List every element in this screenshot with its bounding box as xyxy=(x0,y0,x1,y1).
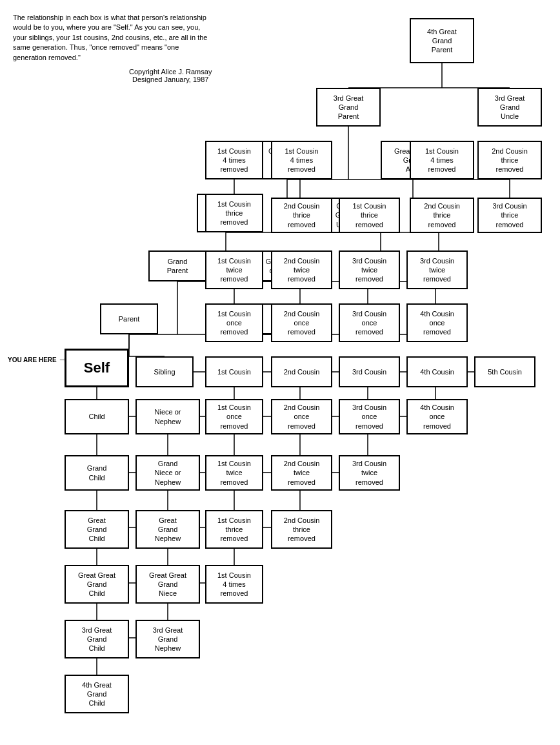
box-label-1st_twice_d: 1st Cousin twice removed xyxy=(217,459,251,487)
box-label-2nd_thrice_d: 2nd Cousin thrice removed xyxy=(284,516,320,544)
box-label-4th_cousin: 4th Cousin xyxy=(420,367,454,376)
box-label-4th_once_d: 4th Cousin once removed xyxy=(420,403,454,431)
box-2nd_4times: 1st Cousin 4 times removed xyxy=(271,141,332,179)
box-label-1cousin4r_up: 1st Cousin 4 times removed xyxy=(425,147,459,174)
box-label-2nd_twice_d: 2nd Cousin twice removed xyxy=(284,459,320,487)
box-label-1st_cousin: 1st Cousin xyxy=(217,367,251,376)
box-3rd_once_d: 3rd Cousin once removed xyxy=(339,399,400,434)
box-1st_thrice_d: 1st Cousin thrice removed xyxy=(205,510,263,549)
box-label-grandparent: Grand Parent xyxy=(167,257,188,276)
box-label-4th_once: 4th Cousin once removed xyxy=(420,309,454,337)
box-label-great_grand_nephew: Great Grand Nephew xyxy=(155,516,181,544)
box-great_grand_nephew: Great Grand Nephew xyxy=(135,510,200,549)
box-greatgrandchild: Great Grand Child xyxy=(65,510,129,549)
box-label-grandchild: Grand Child xyxy=(87,464,107,482)
copyright-line1: Copyright Alice J. Ramsay xyxy=(129,68,212,76)
intro-paragraph: The relationship in each box is what tha… xyxy=(13,14,207,61)
box-grandparent: Grand Parent xyxy=(148,250,206,281)
box-1st_once_d: 1st Cousin once removed xyxy=(205,399,263,434)
box-label-2cousin3r: 2nd Cousin thrice removed xyxy=(424,201,460,229)
box-label-2cousin4r: 2nd Cousin thrice removed xyxy=(492,147,528,174)
box-5th_cousin: 5th Cousin xyxy=(474,356,535,387)
you-are-here-text: YOU ARE HERE xyxy=(8,356,57,363)
box-2nd_thrice_d: 2nd Cousin thrice removed xyxy=(271,510,332,549)
box-label-2nd_thrice: 2nd Cousin thrice removed xyxy=(284,201,320,229)
box-label-3rdgrandchild: 3rd Great Grand Child xyxy=(82,626,112,653)
box-label-sibling: Sibling xyxy=(154,367,175,376)
box-2cousin3r: 2nd Cousin thrice removed xyxy=(410,198,474,233)
box-label-3rd_cousin: 3rd Cousin xyxy=(352,367,386,376)
box-3rd_once: 3rd Cousin once removed xyxy=(339,303,400,342)
box-1st_cousin: 1st Cousin xyxy=(205,356,263,387)
box-3rd_grand_nephew: 3rd Great Grand Nephew xyxy=(135,620,200,658)
box-label-3rd_twice: 3rd Cousin twice removed xyxy=(352,256,386,284)
box-2nd_once_d: 2nd Cousin once removed xyxy=(271,399,332,434)
box-niece_nephew: Niece or Nephew xyxy=(135,399,200,434)
box-gg_grand_niece: Great Great Grand Niece xyxy=(135,565,200,604)
box-label-3rd_grand_nephew: 3rd Great Grand Nephew xyxy=(153,626,183,653)
box-3cousin3r: 3rd Cousin thrice removed xyxy=(477,198,542,233)
box-grand_niece: Grand Niece or Nephew xyxy=(135,455,200,491)
box-4thggp: 4th Great Grand Parent xyxy=(410,18,474,63)
box-3rdgrandchild: 3rd Great Grand Child xyxy=(65,620,129,658)
box-1st_4times_d: 1st Cousin 4 times removed xyxy=(205,565,263,604)
box-label-1st_once: 1st Cousin once removed xyxy=(217,309,251,337)
copyright-line2: Designed January, 1987 xyxy=(129,76,212,83)
box-2nd_cousin: 2nd Cousin xyxy=(271,356,332,387)
box-parent: Parent xyxy=(100,303,158,334)
box-4th_twice: 3rd Cousin twice removed xyxy=(406,250,468,289)
box-label-ggrandchild: Great Great Grand Child xyxy=(78,571,115,598)
box-3rd_twice: 3rd Cousin twice removed xyxy=(339,250,400,289)
box-label-1st_4times: 1st Cousin 4 times removed xyxy=(217,147,251,174)
box-label-3cousin3r: 3rd Cousin thrice removed xyxy=(492,201,526,229)
box-4thgrandchild: 4th Great Grand Child xyxy=(65,675,129,713)
box-1st_thrice: 1st Cousin thrice removed xyxy=(205,194,263,232)
box-label-4th_twice: 3rd Cousin twice removed xyxy=(420,256,454,284)
box-label-child: Child xyxy=(88,412,105,421)
box-label-2nd_once_d: 2nd Cousin once removed xyxy=(284,403,320,431)
box-label-3rd_thrice: 1st Cousin thrice removed xyxy=(353,201,386,229)
box-label-4thggp: 4th Great Grand Parent xyxy=(427,27,457,55)
box-label-2nd_twice: 2nd Cousin twice removed xyxy=(284,256,320,284)
box-label-self: Self xyxy=(84,359,110,378)
box-ggrandchild: Great Great Grand Child xyxy=(65,565,129,604)
box-1st_twice_d: 1st Cousin twice removed xyxy=(205,455,263,491)
box-label-greatgrandchild: Great Grand Child xyxy=(87,516,107,544)
box-label-3rd_once_d: 3rd Cousin once removed xyxy=(352,403,386,431)
box-label-4thgrandchild: 4th Great Grand Child xyxy=(82,680,112,708)
intro-text: The relationship in each box is what tha… xyxy=(13,13,213,63)
box-1st_twice: 1st Cousin twice removed xyxy=(205,250,263,289)
you-are-here-label: YOU ARE HERE → xyxy=(8,354,68,365)
box-label-gg_grand_niece: Great Great Grand Niece xyxy=(149,571,186,598)
box-label-1st_once_d: 1st Cousin once removed xyxy=(217,403,251,431)
copyright-block: Copyright Alice J. Ramsay Designed Janua… xyxy=(129,68,212,83)
box-label-3rd_great_uncle: 3rd Great Grand Uncle xyxy=(495,94,525,121)
box-label-1st_thrice_d: 1st Cousin thrice removed xyxy=(217,516,251,544)
box-2nd_twice_d: 2nd Cousin twice removed xyxy=(271,455,332,491)
box-label-grand_niece: Grand Niece or Nephew xyxy=(155,459,181,487)
box-2nd_twice: 2nd Cousin twice removed xyxy=(271,250,332,289)
box-3rd_great_uncle: 3rd Great Grand Uncle xyxy=(477,88,542,127)
box-child: Child xyxy=(65,399,129,434)
box-1cousin4r_up: 1st Cousin 4 times removed xyxy=(410,141,474,179)
box-label-5th_cousin: 5th Cousin xyxy=(488,367,522,376)
box-label-1st_4times_d: 1st Cousin 4 times removed xyxy=(217,571,251,598)
box-4th_once: 4th Cousin once removed xyxy=(406,303,468,342)
box-label-2nd_4times: 1st Cousin 4 times removed xyxy=(285,147,319,174)
box-label-parent: Parent xyxy=(119,314,139,323)
box-4th_once_d: 4th Cousin once removed xyxy=(406,399,468,434)
box-1st_once: 1st Cousin once removed xyxy=(205,303,263,342)
box-3rd_thrice: 1st Cousin thrice removed xyxy=(339,198,400,233)
box-label-3rd_twice_d: 3rd Cousin twice removed xyxy=(352,459,386,487)
box-2nd_thrice: 2nd Cousin thrice removed xyxy=(271,198,332,233)
page: The relationship in each box is what tha… xyxy=(0,0,560,745)
box-label-3rdggp: 3rd Great Grand Parent xyxy=(334,94,363,121)
box-label-2nd_once: 2nd Cousin once removed xyxy=(284,309,320,337)
box-label-niece_nephew: Niece or Nephew xyxy=(155,407,181,426)
box-label-1st_thrice: 1st Cousin thrice removed xyxy=(217,199,251,227)
box-3rd_twice_d: 3rd Cousin twice removed xyxy=(339,455,400,491)
box-label-2nd_cousin: 2nd Cousin xyxy=(284,367,320,376)
box-4th_cousin: 4th Cousin xyxy=(406,356,468,387)
box-3rdggp: 3rd Great Grand Parent xyxy=(316,88,381,127)
box-2cousin4r: 2nd Cousin thrice removed xyxy=(477,141,542,179)
